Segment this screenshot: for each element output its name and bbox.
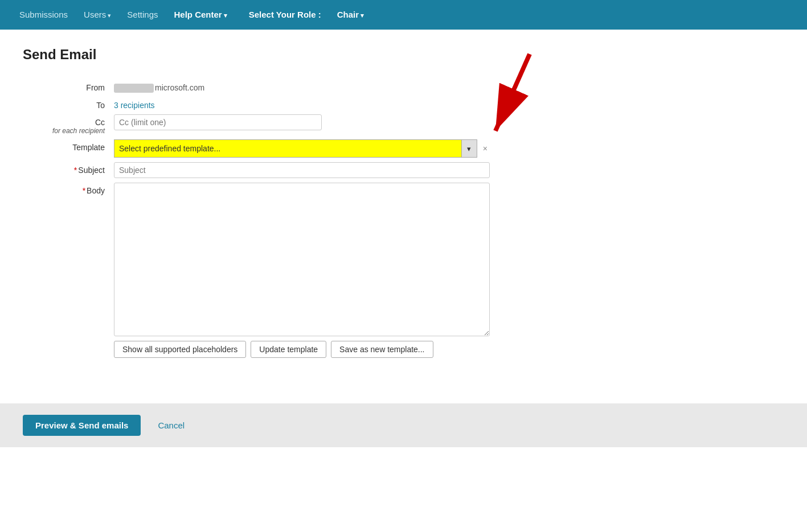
cc-sublabel: for each recipient: [52, 127, 105, 135]
update-template-button[interactable]: Update template: [251, 341, 326, 358]
template-clear-button[interactable]: ×: [481, 144, 490, 153]
cancel-button[interactable]: Cancel: [158, 420, 185, 430]
body-label: *Body: [23, 183, 114, 195]
page-content: Send Email From microsoft.com To 3 recip…: [0, 30, 570, 386]
subject-input[interactable]: [114, 162, 490, 178]
from-value: microsoft.com: [114, 80, 204, 93]
from-email-suffix: microsoft.com: [155, 83, 204, 92]
body-row: *Body: [23, 183, 547, 336]
spacer-label: [23, 341, 114, 344]
nav-users[interactable]: Users: [76, 0, 119, 30]
subject-row: *Subject: [23, 162, 547, 178]
from-label: From: [23, 80, 114, 92]
nav-settings[interactable]: Settings: [119, 0, 166, 30]
subject-required-star: *: [74, 166, 77, 175]
template-dropdown-button[interactable]: ▾: [461, 139, 477, 158]
to-value: 3 recipients: [114, 97, 155, 110]
navbar: Submissions Users Settings Help Center S…: [0, 0, 807, 30]
cc-input[interactable]: [114, 114, 322, 130]
template-row: Template Select predefined template... ▾…: [23, 139, 547, 158]
cc-row: Cc for each recipient: [23, 114, 547, 135]
template-action-row: Show all supported placeholders Update t…: [23, 341, 547, 358]
nav-submissions[interactable]: Submissions: [11, 0, 76, 30]
save-new-template-button[interactable]: Save as new template...: [331, 341, 433, 358]
page-title: Send Email: [23, 47, 547, 63]
chevron-down-icon: ▾: [467, 145, 471, 153]
footer-bar: Preview & Send emails Cancel: [0, 403, 807, 447]
template-label: Template: [23, 139, 114, 152]
template-buttons: Show all supported placeholders Update t…: [114, 341, 433, 358]
to-label: To: [23, 97, 114, 110]
to-recipients-link[interactable]: 3 recipients: [114, 101, 155, 110]
nav-help-center[interactable]: Help Center: [166, 0, 235, 30]
template-control-container: Select predefined template... ▾ ×: [114, 139, 490, 158]
role-label: Select Your Role :: [241, 0, 329, 30]
preview-send-button[interactable]: Preview & Send emails: [23, 415, 141, 436]
show-placeholders-button[interactable]: Show all supported placeholders: [114, 341, 246, 358]
body-required-star: *: [83, 186, 85, 195]
cc-label: Cc: [95, 114, 105, 127]
body-textarea[interactable]: [114, 183, 490, 336]
to-row: To 3 recipients: [23, 97, 547, 110]
template-select-text[interactable]: Select predefined template...: [114, 139, 461, 158]
from-redacted: [114, 84, 154, 93]
subject-label: *Subject: [23, 162, 114, 175]
cc-label-stack: Cc for each recipient: [23, 114, 114, 135]
role-dropdown[interactable]: Chair: [329, 0, 372, 30]
from-row: From microsoft.com: [23, 80, 547, 93]
template-select-row: Select predefined template... ▾ ×: [114, 139, 490, 158]
